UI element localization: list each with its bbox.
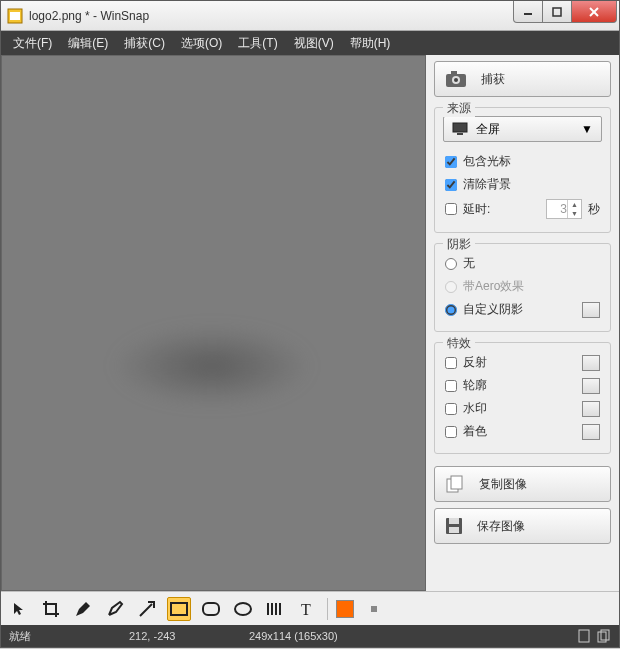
tool-text[interactable]: T: [295, 597, 319, 621]
highlight-icon: [106, 600, 124, 618]
svg-line-17: [140, 604, 152, 616]
source-legend: 来源: [443, 100, 475, 117]
status-copy-icon[interactable]: [597, 629, 611, 643]
svg-rect-27: [579, 630, 589, 642]
outline-checkbox[interactable]: [445, 380, 457, 392]
tool-highlight[interactable]: [103, 597, 127, 621]
tool-pen[interactable]: [71, 597, 95, 621]
copy-image-button[interactable]: 复制图像: [434, 466, 611, 502]
menu-capture[interactable]: 捕获(C): [118, 33, 171, 54]
titlebar[interactable]: logo2.png * - WinSnap: [1, 1, 619, 31]
window-title: logo2.png * - WinSnap: [29, 9, 514, 23]
menu-help[interactable]: 帮助(H): [344, 33, 397, 54]
menu-file[interactable]: 文件(F): [7, 33, 58, 54]
svg-rect-7: [451, 71, 457, 75]
svg-rect-13: [451, 476, 462, 489]
status-coords: 212, -243: [129, 630, 209, 642]
menu-edit[interactable]: 编辑(E): [62, 33, 114, 54]
reflection-row[interactable]: 反射: [443, 351, 602, 374]
svg-point-20: [235, 603, 251, 615]
delay-label: 延时:: [463, 201, 490, 218]
tool-blur[interactable]: [263, 597, 287, 621]
capture-button[interactable]: 捕获: [434, 61, 611, 97]
menubar: 文件(F) 编辑(E) 捕获(C) 选项(O) 工具(T) 视图(V) 帮助(H…: [1, 31, 619, 55]
cursor-icon: [11, 601, 27, 617]
statusbar: 就绪 212, -243 249x114 (165x30): [1, 625, 619, 647]
svg-point-9: [454, 78, 458, 82]
shadow-aero-radio: [445, 281, 457, 293]
shadow-options-button[interactable]: [582, 302, 600, 318]
close-icon: [588, 6, 600, 18]
source-mode: 全屏: [476, 121, 500, 138]
tool-crop[interactable]: [39, 597, 63, 621]
arrow-icon: [138, 600, 156, 618]
watermark-row[interactable]: 水印: [443, 397, 602, 420]
colorize-row[interactable]: 着色: [443, 420, 602, 443]
tool-cursor[interactable]: [7, 597, 31, 621]
delay-checkbox[interactable]: [445, 203, 457, 215]
include-cursor-checkbox[interactable]: [445, 156, 457, 168]
color-swatch[interactable]: [336, 600, 354, 618]
outline-options-button[interactable]: [582, 378, 600, 394]
maximize-button[interactable]: [542, 1, 572, 23]
tool-arrow[interactable]: [135, 597, 159, 621]
shadow-custom-row[interactable]: 自定义阴影: [443, 298, 602, 321]
reflection-label: 反射: [463, 354, 487, 371]
outline-label: 轮廓: [463, 377, 487, 394]
tool-rectangle[interactable]: [167, 597, 191, 621]
shadow-legend: 阴影: [443, 236, 475, 253]
tool-rounded-rect[interactable]: [199, 597, 223, 621]
effects-legend: 特效: [443, 335, 475, 352]
window-buttons: [514, 1, 617, 23]
source-dropdown[interactable]: 全屏 ▼: [443, 116, 602, 142]
include-cursor-row[interactable]: 包含光标: [443, 150, 602, 173]
canvas[interactable]: [1, 55, 426, 591]
save-label: 保存图像: [477, 518, 525, 535]
minimize-icon: [523, 7, 533, 17]
ellipse-icon: [234, 602, 252, 616]
colorize-checkbox[interactable]: [445, 426, 457, 438]
toolbar-separator: [327, 598, 328, 620]
watermark-options-button[interactable]: [582, 401, 600, 417]
minimize-button[interactable]: [513, 1, 543, 23]
colorize-options-button[interactable]: [582, 424, 600, 440]
copy-icon: [445, 475, 465, 493]
delay-unit: 秒: [588, 201, 600, 218]
status-ready: 就绪: [9, 629, 89, 644]
bottom-buttons: 复制图像 保存图像: [434, 466, 611, 544]
watermark-label: 水印: [463, 400, 487, 417]
menu-tools[interactable]: 工具(T): [232, 33, 283, 54]
svg-rect-15: [449, 518, 459, 524]
tool-more[interactable]: [362, 597, 386, 621]
right-panel: 捕获 来源 全屏 ▼ 包含光标 清除背景 延时: 3▲▼ 秒: [426, 55, 619, 591]
rounded-rect-icon: [202, 602, 220, 616]
menu-view[interactable]: 视图(V): [288, 33, 340, 54]
outline-row[interactable]: 轮廓: [443, 374, 602, 397]
svg-rect-19: [203, 603, 219, 615]
app-icon: [7, 8, 23, 24]
blur-icon: [266, 601, 284, 617]
tool-ellipse[interactable]: [231, 597, 255, 621]
clear-bg-checkbox[interactable]: [445, 179, 457, 191]
status-dims: 249x114 (165x30): [249, 630, 338, 642]
close-button[interactable]: [571, 1, 617, 23]
menu-options[interactable]: 选项(O): [175, 33, 228, 54]
reflection-checkbox[interactable]: [445, 357, 457, 369]
status-doc-icon[interactable]: [577, 629, 591, 643]
svg-rect-16: [449, 527, 459, 533]
clear-bg-row[interactable]: 清除背景: [443, 173, 602, 196]
shadow-none-radio[interactable]: [445, 258, 457, 270]
save-image-button[interactable]: 保存图像: [434, 508, 611, 544]
shadow-custom-radio[interactable]: [445, 304, 457, 316]
delay-spinner[interactable]: 3▲▼: [546, 199, 582, 219]
watermark-checkbox[interactable]: [445, 403, 457, 415]
shadow-none-row[interactable]: 无: [443, 252, 602, 275]
delay-value: 3: [560, 202, 567, 216]
spinner-arrows-icon[interactable]: ▲▼: [567, 200, 581, 218]
status-icons: [577, 629, 611, 643]
image-preview: [112, 326, 312, 406]
camera-icon: [445, 70, 467, 88]
work-area: 捕获 来源 全屏 ▼ 包含光标 清除背景 延时: 3▲▼ 秒: [1, 55, 619, 591]
reflection-options-button[interactable]: [582, 355, 600, 371]
svg-rect-1: [10, 12, 20, 20]
